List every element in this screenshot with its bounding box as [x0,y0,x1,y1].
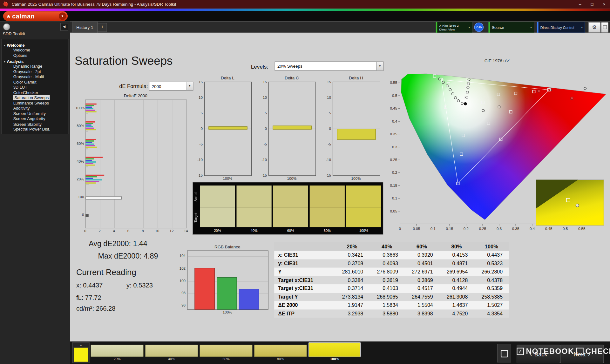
cie-1976-panel: CIE 1976 u'v' 00.050.10.150.20.250.30.35… [385,58,610,241]
de-bar [85,139,96,140]
target-swatch-80 [310,208,345,227]
tab-history-1[interactable]: History 1 [72,21,98,33]
next-button[interactable]: Next › [560,345,604,363]
de-bar [85,121,95,123]
tree-item-welcome[interactable]: Welcome [2,47,69,52]
table-header-row: 20%40%60%80%100% [274,242,509,251]
current-color-indicator[interactable]: ▲ [72,342,90,363]
de-bar [85,141,94,142]
table-row: Target Y273.8134268.9065264.7559261.3008… [274,293,509,301]
back-button[interactable]: ‹ Back [517,345,560,363]
x-tick-label: 100% [204,176,251,180]
gridline [158,100,158,228]
settings-gear-button[interactable]: ⚙ [588,22,600,33]
table-cell: 258.5385 [474,294,509,300]
de-bar [85,175,104,176]
tree-item-screen-angularity[interactable]: Screen Angularity [2,116,69,121]
x-tick-label: 12 [168,229,175,233]
add-tab-button[interactable]: + [98,23,107,32]
minimize-button[interactable]: – [574,0,586,9]
y-tick-label: 5 [321,111,331,115]
chevron-down-icon: ▼ [376,62,383,71]
de-bar [85,124,91,125]
current-reading-title: Current Reading [76,267,136,277]
sidebar-orb-button[interactable] [3,23,10,30]
maximize-button[interactable]: □ [586,0,598,9]
tree-item-dynamic-range[interactable]: Dynamic Range [2,63,69,68]
tree-item-label: Color Gamut [13,79,37,84]
y-tick-label: 20% [76,177,84,181]
expander-icon[interactable]: ▾ [4,60,5,63]
tree-item-saturation-sweeps[interactable]: Saturation Sweeps [2,95,69,100]
de-formula-dropdown[interactable]: 2000 ▼ [149,82,193,91]
de-bar [85,148,88,150]
meter-dropdown[interactable]: X-Rite i1Pro 2 Direct View ▾ [436,22,472,33]
sidebar-collapse-button[interactable]: ◀ [60,23,68,30]
tree-item-3d-lut[interactable]: 3D LUT [2,84,69,89]
measurement-point [467,86,469,89]
indicator-handle[interactable]: ▲ [73,343,89,347]
tree-item-grayscale-2pt[interactable]: Grayscale - 2pt [2,68,69,74]
source-accent [489,22,490,33]
window-titlebar[interactable]: Calman 2025 Calman Ultimate for Business… [0,0,610,9]
gridline [143,100,144,228]
gridline [187,256,268,257]
next-label: Next [573,351,586,357]
measurement-point [482,109,485,112]
logo-chevron-icon[interactable]: ▾ [59,12,66,20]
tree-section-analysis[interactable]: ▾Analysis [2,57,69,63]
svg-text:0.05: 0.05 [413,226,420,231]
x-tick-label: 6 [125,229,132,233]
de-bar [85,113,88,114]
row-label: ΔE ITP [274,311,335,316]
tree-item-additivity[interactable]: Additivity [2,105,69,111]
table-cell: 268.9065 [369,294,404,300]
pattern-window-button[interactable] [497,344,511,362]
expander-icon[interactable]: ▾ [4,44,5,47]
y-tick-label: -5 [321,142,331,146]
close-button[interactable]: × [598,0,610,9]
chevron-down-icon: ▾ [579,26,585,29]
measurement-point [451,93,454,95]
table-row: y: CIE310.37080.40930.45010.48710.5323 [274,259,509,267]
table-cell: 269.6954 [439,269,474,274]
swatch-label: 100% [308,357,361,361]
table-cell: 0.4103 [369,286,404,291]
actual-swatch-20 [200,185,235,208]
tree-item-colorchecker[interactable]: ColorChecker [2,89,69,95]
gridline [172,100,172,228]
tree-item-options[interactable]: Options [2,52,69,57]
calman-logo[interactable]: * calman ▾ [3,11,68,21]
tree-item-spectral-power-dist[interactable]: Spectral Power Dist. [2,126,69,131]
tree-item-luminance-sweeps[interactable]: Luminance Sweeps [2,100,69,105]
table-cell: 0.4128 [439,277,474,283]
tree-item-color-gamut[interactable]: Color Gamut [2,79,69,84]
de-bar [85,105,94,106]
tree-item-label: Screen Stability [13,122,42,126]
tree-item-screen-uniformity[interactable]: Screen Uniformity [2,110,69,116]
source-dropdown[interactable]: Source ▾ [488,22,534,33]
chevron-down-icon: ▾ [466,26,472,29]
y-tick-label: 100% [76,106,84,110]
levels-dropdown[interactable]: 20% Sweeps ▼ [274,61,383,71]
meter-count-badge[interactable]: 236 [474,23,484,32]
svg-text:0.4: 0.4 [530,226,535,231]
gridline [114,100,115,228]
max-de2000: Max dE2000: 4.89 [98,252,158,260]
y-tick-label: -15 [321,173,331,177]
swatch-label: 80% [254,357,307,361]
de-bar [85,123,93,124]
display-control-dropdown[interactable]: Direct Display Control ▾ [537,22,585,33]
table-cell: 281.6010 [335,269,369,274]
de-formula-label: dE Formula: [109,83,148,89]
table-cell: 3.8398 [404,311,439,316]
svg-text:0.45: 0.45 [545,226,552,231]
calman-logo-text: calman [12,13,59,20]
tree-item-screen-stability[interactable]: Screen Stability [2,121,69,126]
column-header: 40% [369,244,404,249]
secondary-toolbar-button[interactable] [601,22,608,33]
swatch-column-label: 40% [236,229,271,233]
tree-item-grayscale-multi[interactable]: Grayscale - Multi [2,73,69,79]
measurement-point [454,97,457,99]
tree-section-welcome[interactable]: ▾Welcome [2,41,69,47]
